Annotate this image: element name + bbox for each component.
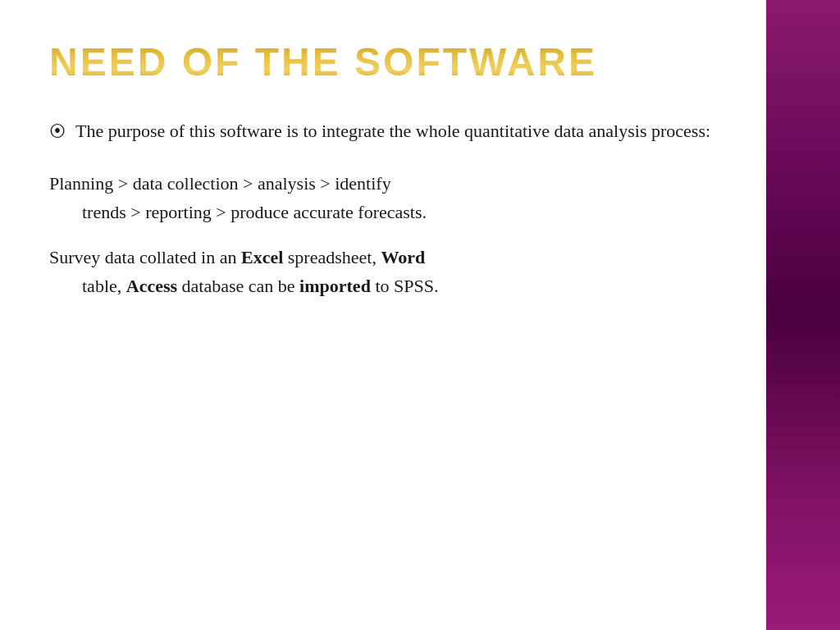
flow-section: Planning > data collection > analysis > … bbox=[49, 169, 717, 226]
access-bold: Access bbox=[126, 276, 177, 296]
import-section-line1: Survey data collated in an Excel spreads… bbox=[49, 243, 717, 272]
bullet-symbol: ⦿ bbox=[49, 119, 66, 144]
flow-line-1: Planning > data collection > analysis > … bbox=[49, 169, 717, 198]
import-text-before-excel: Survey data collated in an bbox=[49, 247, 241, 267]
bullet-text: The purpose of this software is to integ… bbox=[75, 117, 717, 144]
excel-bold: Excel bbox=[241, 247, 283, 267]
import-section-line2: table, Access database can be imported t… bbox=[49, 272, 717, 300]
import-end-text: to SPSS. bbox=[371, 276, 439, 296]
imported-bold: imported bbox=[299, 276, 371, 296]
slide-title: NEED OF THE SOFTWARE bbox=[49, 41, 717, 84]
bullet-item: ⦿ The purpose of this software is to int… bbox=[49, 117, 717, 144]
sidebar bbox=[766, 0, 840, 630]
slide-content: NEED OF THE SOFTWARE ⦿ The purpose of th… bbox=[0, 0, 766, 630]
import-middle-text: database can be bbox=[177, 276, 299, 296]
flow-line-2: trends > reporting > produce accurate fo… bbox=[49, 198, 717, 226]
word-bold: Word bbox=[381, 247, 425, 267]
import-table-text: table, bbox=[82, 276, 126, 296]
import-text-after-excel: spreadsheet, bbox=[283, 247, 381, 267]
bullet-section: ⦿ The purpose of this software is to int… bbox=[49, 117, 717, 144]
